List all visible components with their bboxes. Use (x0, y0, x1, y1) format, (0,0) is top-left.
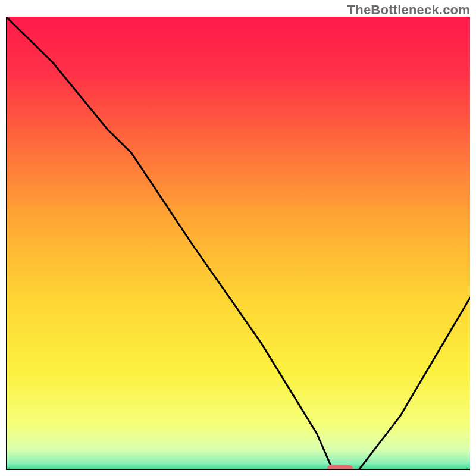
chart-frame (6, 17, 470, 470)
watermark-text: TheBottleneck.com (347, 2, 470, 18)
gradient-plot-area (6, 17, 470, 470)
chart-svg (6, 17, 470, 470)
